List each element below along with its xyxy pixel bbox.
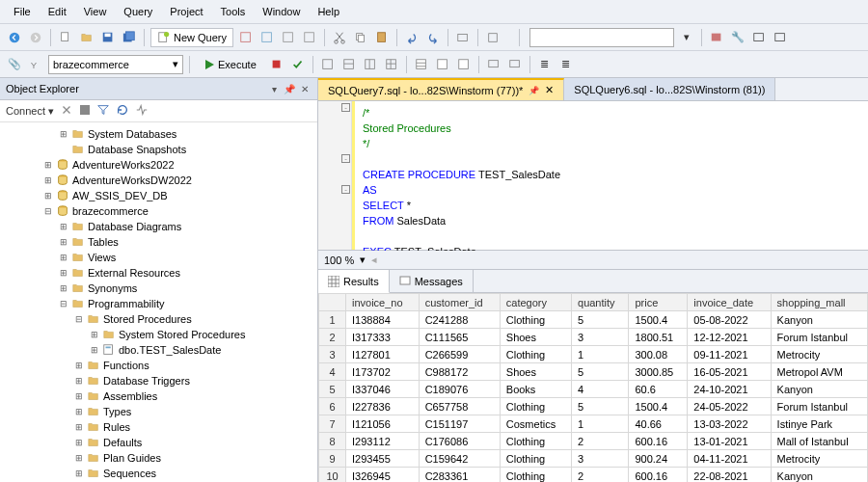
cell[interactable]: Metrocity — [771, 346, 867, 363]
expand-icon[interactable]: ⊞ — [58, 283, 68, 294]
tree-node[interactable]: ⊞AdventureWorks2022 — [0, 157, 317, 173]
cell[interactable]: C657758 — [419, 398, 500, 415]
tree-node[interactable]: ⊞Tables — [0, 234, 317, 250]
tb-icon-2[interactable] — [258, 29, 276, 46]
tb2-icon-g1[interactable] — [319, 56, 337, 73]
cell[interactable]: I173702 — [346, 363, 420, 381]
cell[interactable]: I138884 — [346, 311, 420, 329]
tree-node[interactable]: ⊞Database Diagrams — [0, 219, 317, 234]
uncomment-icon[interactable] — [506, 56, 524, 73]
scroll-left-icon[interactable]: ◂ — [371, 254, 377, 266]
table-row[interactable]: 9I293455C159642Clothing3900.2404-11-2021… — [319, 450, 868, 468]
menu-project[interactable]: Project — [162, 3, 210, 20]
new-icon[interactable] — [57, 29, 74, 46]
save-all-icon[interactable] — [121, 29, 138, 46]
expand-icon[interactable]: ⊞ — [73, 376, 84, 387]
connect-button[interactable]: Connect ▾ — [6, 105, 54, 118]
menu-window[interactable]: Window — [255, 3, 308, 20]
cell[interactable]: 5 — [572, 398, 629, 415]
results-grid[interactable]: invoice_nocustomer_idcategoryquantitypri… — [318, 293, 868, 482]
nav-back-icon[interactable] — [6, 29, 23, 46]
cell[interactable]: 5 — [572, 363, 629, 381]
cell[interactable]: I293112 — [346, 433, 420, 450]
results-grid-icon[interactable] — [413, 56, 430, 73]
cell[interactable]: 3 — [572, 329, 629, 346]
cell[interactable]: 300.08 — [629, 346, 688, 363]
tb-end-3[interactable] — [750, 29, 768, 46]
tb-icon-1[interactable] — [237, 29, 255, 46]
cell[interactable]: Shoes — [500, 363, 571, 381]
expand-icon[interactable]: ⊞ — [58, 222, 68, 232]
paste-icon[interactable] — [373, 29, 391, 46]
pin-icon[interactable]: 📌 — [283, 82, 296, 95]
cell[interactable]: C266599 — [419, 346, 500, 363]
expand-icon[interactable]: ⊞ — [73, 438, 84, 448]
nav-fwd-icon[interactable] — [27, 29, 44, 46]
cell[interactable]: 4 — [572, 381, 629, 398]
cell[interactable]: I326945 — [346, 468, 420, 483]
activity-icon[interactable] — [135, 103, 149, 119]
search-dropdown-icon[interactable]: ▾ — [678, 29, 695, 46]
cell[interactable]: 2 — [572, 468, 629, 483]
dropdown-icon[interactable]: ▾ — [267, 82, 281, 95]
editor-tab[interactable]: SQLQuery7.sql - lo...82S\Winstorm (77))*… — [318, 78, 564, 100]
tree-node[interactable]: ⊞System Databases — [0, 126, 317, 142]
zoom-value[interactable]: 100 % — [324, 254, 354, 266]
tb2-icon-g4[interactable] — [383, 56, 400, 73]
cell[interactable]: 5 — [572, 311, 629, 329]
tree-node[interactable]: ⊞Plan Guides — [0, 450, 317, 466]
cell[interactable]: 05-08-2022 — [688, 311, 771, 329]
pin-icon[interactable]: 📌 — [529, 86, 539, 95]
expand-icon[interactable]: ⊞ — [58, 129, 68, 140]
cell[interactable]: 24-05-2022 — [688, 398, 771, 415]
comment-icon[interactable] — [485, 56, 502, 73]
fold-icon[interactable]: - — [341, 154, 350, 163]
cell[interactable]: 1500.4 — [629, 311, 688, 329]
tb-end-1[interactable] — [708, 29, 725, 46]
cell[interactable]: 1 — [572, 346, 629, 363]
tree-node[interactable]: ⊞Views — [0, 250, 317, 265]
table-row[interactable]: 4I173702C988172Shoes53000.8516-05-2021Me… — [319, 363, 868, 381]
disconnect-icon[interactable] — [60, 103, 73, 119]
cell[interactable]: Forum Istanbul — [771, 329, 867, 346]
col-header[interactable]: invoice_no — [346, 294, 420, 311]
open-icon[interactable] — [78, 29, 95, 46]
tree-node[interactable]: ⊞Assemblies — [0, 388, 317, 404]
tb2-icon-1[interactable]: 📎 — [6, 56, 23, 73]
parse-icon[interactable] — [289, 56, 307, 73]
fold-icon[interactable]: - — [341, 103, 350, 112]
sql-code[interactable]: /* Stored Procedures */ CREATE PROCEDURE… — [352, 101, 868, 250]
col-header[interactable]: customer_id — [419, 294, 500, 311]
cell[interactable]: Clothing — [500, 398, 571, 415]
menu-help[interactable]: Help — [310, 3, 347, 20]
cell[interactable]: C151197 — [419, 415, 500, 433]
cell[interactable]: Clothing — [500, 450, 571, 468]
table-row[interactable]: 3I127801C266599Clothing1300.0809-11-2021… — [319, 346, 868, 363]
undo-icon[interactable] — [403, 29, 420, 46]
expand-icon[interactable]: ⊞ — [58, 237, 68, 248]
editor-tab[interactable]: SQLQuery6.sql - lo...82S\Winstorm (81)) — [564, 78, 775, 100]
expand-icon[interactable]: ⊟ — [73, 314, 84, 325]
cell[interactable]: Clothing — [500, 433, 571, 450]
cell[interactable]: I293455 — [346, 450, 420, 468]
cell[interactable]: 1500.4 — [629, 398, 688, 415]
expand-icon[interactable]: ⊞ — [89, 345, 99, 356]
cell[interactable]: Cosmetics — [500, 415, 571, 433]
database-selector[interactable]: brazecommerce ▾ — [48, 55, 183, 74]
tb2-icon-g3[interactable] — [362, 56, 379, 73]
tb-icon-5[interactable] — [454, 29, 472, 46]
cell[interactable]: Istinye Park — [771, 415, 867, 433]
tab-messages[interactable]: Messages — [390, 270, 474, 292]
results-file-icon[interactable] — [455, 56, 473, 73]
cell[interactable]: I337046 — [346, 381, 420, 398]
cell[interactable]: Kanyon — [771, 311, 867, 329]
cell[interactable]: C988172 — [419, 363, 500, 381]
tree-node[interactable]: ⊞Functions — [0, 358, 317, 373]
tb-end-2[interactable]: 🔧 — [729, 29, 746, 46]
tree-node[interactable]: ⊞AdventureWorksDW2022 — [0, 173, 317, 188]
tree-node[interactable]: ⊞Types — [0, 404, 317, 419]
cell[interactable]: C159642 — [419, 450, 500, 468]
tb-end-4[interactable] — [772, 29, 789, 46]
cell[interactable]: 12-12-2021 — [688, 329, 771, 346]
cell[interactable]: 13-03-2022 — [688, 415, 771, 433]
